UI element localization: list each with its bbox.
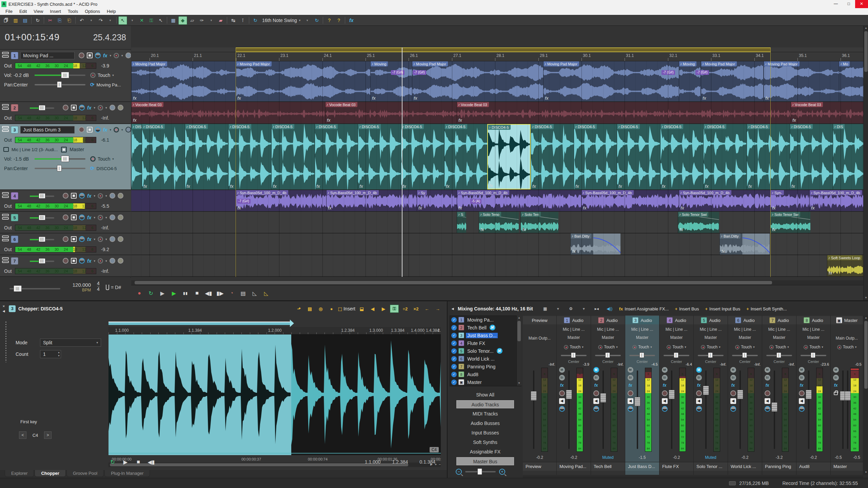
strip-pan-knob-icon[interactable] bbox=[799, 406, 805, 412]
event-fx-icon[interactable]: fx bbox=[273, 184, 277, 189]
record-arm-icon[interactable] bbox=[63, 215, 68, 220]
double-selection-button[interactable]: ×2 bbox=[412, 305, 420, 313]
strip-fx-icon[interactable]: fx bbox=[696, 383, 702, 388]
strip-fader[interactable] bbox=[671, 370, 672, 449]
project-zoom-slider[interactable]: ||| bbox=[9, 288, 60, 289]
strip-output-select[interactable]: Main Outp... bbox=[523, 336, 556, 341]
menu-view[interactable]: View bbox=[30, 8, 46, 15]
mixer-list-scrollbar[interactable]: ▲ ▼ bbox=[516, 316, 521, 386]
audio-event[interactable]: ♪Solo Tenor Swifx bbox=[678, 212, 719, 233]
record-arm-icon[interactable] bbox=[63, 258, 68, 264]
strip-input-select[interactable]: Mic | Line ... bbox=[762, 327, 796, 332]
audio-event[interactable]: ♪DISCO4-5fx bbox=[703, 124, 747, 189]
strip-pan-knob-icon[interactable] bbox=[696, 406, 702, 412]
strip-automation-select[interactable]: Touch▾ bbox=[659, 345, 693, 349]
strip-mute-icon[interactable]: M bbox=[833, 367, 839, 373]
event-fx-icon[interactable]: fx bbox=[237, 206, 241, 210]
insert-region-button[interactable]: ⬓ bbox=[357, 305, 366, 313]
scroll-down-icon[interactable]: ▼ bbox=[517, 381, 521, 386]
event-fx-icon[interactable]: fx bbox=[237, 96, 241, 101]
chopper-dock-icon[interactable]: ◀ bbox=[1, 309, 6, 313]
redo-button[interactable]: ↷ bbox=[96, 16, 105, 25]
strip-fader-right[interactable] bbox=[847, 370, 848, 449]
groove-select[interactable]: 16th Note Swing▾ bbox=[260, 16, 302, 25]
envelope-tool[interactable]: ✕ bbox=[137, 16, 146, 25]
pan-thumb[interactable]: | bbox=[57, 81, 62, 88]
bus-icon[interactable] bbox=[61, 147, 67, 152]
audio-event[interactable]: ♪Moving Pad Majorfx bbox=[764, 61, 839, 101]
audio-event[interactable]: ♪Syn-fx bbox=[770, 190, 809, 211]
audio-event[interactable]: ♪Syn-Bass05d_100_m_D_4bfx bbox=[326, 190, 417, 211]
previous-region-button[interactable]: ◀ bbox=[368, 305, 377, 313]
chopper-play-button[interactable]: ▶ bbox=[121, 458, 130, 466]
mixer-insert-soft-synth-[interactable]: +Insert Soft Synth... bbox=[745, 305, 788, 313]
strip-output-select[interactable]: Master bbox=[591, 335, 625, 340]
audio-event[interactable]: ♪Mo bbox=[839, 61, 863, 101]
undo-button[interactable]: ↶ bbox=[77, 16, 86, 25]
event-fx-icon[interactable]: fx bbox=[133, 118, 137, 123]
minimize-button[interactable]: — bbox=[829, 0, 842, 8]
event-fx-icon[interactable]: fx bbox=[143, 184, 147, 189]
event-fx-icon[interactable]: fx bbox=[679, 227, 683, 232]
strip-pan-slider[interactable]: | bbox=[664, 355, 689, 356]
audio-event[interactable]: ♪DISCO4-5fx bbox=[617, 124, 660, 189]
strip-record-arm-icon[interactable] bbox=[662, 390, 668, 396]
mini-volume-slider[interactable]: ||| bbox=[30, 239, 54, 240]
channel-strip-3[interactable]: 3AudioMic | Line ...MasterTouch▾|CenterM… bbox=[625, 316, 659, 475]
strip-pan-slider[interactable]: | bbox=[629, 355, 655, 356]
maximize-button[interactable]: □ bbox=[842, 0, 855, 8]
audio-event[interactable]: ♪DISCO4-5fx bbox=[790, 124, 833, 189]
audio-event[interactable]: ♪Solo Tenofx bbox=[479, 212, 519, 233]
volume-thumb[interactable]: ||| bbox=[39, 105, 45, 110]
key-down-button[interactable]: < bbox=[19, 431, 26, 439]
mixer-list-row[interactable]: ✓6World Lick ... bbox=[450, 355, 521, 363]
strip-automation-select[interactable]: Touch▾ bbox=[796, 345, 830, 349]
channel-strip-7[interactable]: 7AudioMic | Line ...MasterTouch▾|CenterM… bbox=[762, 316, 796, 475]
chopper-go-to-start-button[interactable]: ◀▮ bbox=[147, 458, 155, 466]
mixer-scroll-thumb[interactable] bbox=[864, 321, 868, 389]
view-layout-button[interactable]: ▦ bbox=[541, 305, 550, 313]
volume-thumb[interactable]: ||| bbox=[39, 258, 45, 264]
strip-mute-icon[interactable]: M bbox=[559, 367, 565, 373]
event-fx-icon[interactable]: fx bbox=[792, 118, 796, 123]
strip-input-select[interactable]: Mic | Line ... bbox=[796, 327, 830, 332]
phones-icon[interactable] bbox=[110, 105, 115, 110]
pan-thumb[interactable]: | bbox=[605, 352, 610, 358]
mode-select[interactable]: Split ▾ bbox=[40, 339, 101, 347]
groove-tool[interactable]: ↻ bbox=[251, 16, 260, 25]
track-header-7[interactable]: 7|||fx▾▾Out54484236302418126-Inf. bbox=[0, 255, 131, 277]
filter-input-busses[interactable]: Input Busses bbox=[456, 429, 514, 437]
track-name-input[interactable]: Just Bass Drum 3 bbox=[20, 126, 75, 134]
automation-gear-icon[interactable] bbox=[90, 73, 96, 78]
event-fx-icon[interactable]: fx bbox=[748, 184, 752, 189]
insert-button-button[interactable]: ⬚Insert bbox=[338, 305, 355, 313]
strip-mute-icon[interactable]: M bbox=[730, 367, 736, 373]
add-to-project-button[interactable]: ⬏ bbox=[295, 305, 303, 313]
play-button[interactable]: ▶ bbox=[170, 289, 178, 297]
fader-thumb[interactable] bbox=[845, 391, 851, 401]
track-freeze-icon[interactable] bbox=[87, 53, 93, 58]
paste-button[interactable]: ⎗ bbox=[65, 16, 74, 25]
record-arm-icon[interactable] bbox=[63, 193, 68, 199]
volume-thumb[interactable]: ||| bbox=[61, 156, 69, 162]
redo-list-icon[interactable]: ▾ bbox=[106, 16, 115, 25]
volume-slider[interactable]: ||| bbox=[35, 75, 85, 76]
strip-pan-knob-icon[interactable] bbox=[559, 406, 565, 412]
fader-thumb[interactable] bbox=[669, 390, 675, 399]
strip-output-select[interactable]: Master bbox=[659, 335, 693, 340]
audio-event[interactable]: ♪Moving Pad Majorfx bbox=[236, 61, 370, 101]
strip-automation-select[interactable]: Touch▾ bbox=[762, 345, 796, 349]
zoom-in-icon[interactable]: + bbox=[499, 469, 505, 475]
automation-settings-icon[interactable] bbox=[98, 258, 103, 264]
strip-pan-slider[interactable]: | bbox=[766, 355, 792, 356]
audio-event[interactable]: ♪DISCO4-5fx bbox=[228, 124, 271, 189]
audio-event[interactable]: ♪DISCO4-5fx bbox=[271, 124, 315, 189]
save-chop-button[interactable]: ▤ bbox=[305, 305, 314, 313]
fader-thumb[interactable] bbox=[600, 393, 606, 403]
strip-fx-icon[interactable]: fx bbox=[559, 383, 565, 388]
event-fx-icon[interactable]: fx bbox=[545, 96, 549, 101]
brush-tool-list-icon[interactable]: ▾ bbox=[207, 16, 216, 25]
strip-input-select[interactable]: Mic | Line ... bbox=[557, 327, 591, 332]
strip-fader[interactable] bbox=[842, 370, 844, 449]
scroll-down-icon[interactable]: ▼ bbox=[864, 296, 868, 300]
